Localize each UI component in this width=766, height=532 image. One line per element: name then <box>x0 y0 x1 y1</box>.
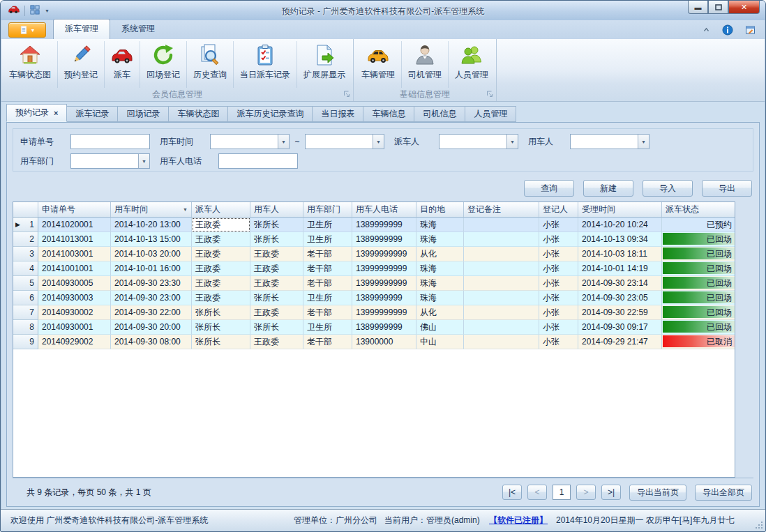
column-filter-arrow-icon[interactable]: ▼ <box>181 207 188 212</box>
cell-目的地[interactable]: 珠海 <box>416 261 464 276</box>
doc-tab-2[interactable]: 回场记录 <box>117 106 169 122</box>
column-header-0[interactable]: 申请单号 <box>38 202 111 217</box>
cell-登记备注[interactable] <box>464 247 539 261</box>
page-number-input[interactable] <box>553 485 571 500</box>
dialog-launcher-icon[interactable] <box>343 91 351 98</box>
cell-受理时间[interactable]: 2014-10-13 09:34 <box>578 232 662 247</box>
cell-目的地[interactable]: 珠海 <box>416 232 464 247</box>
cell-申请单号[interactable]: 20140930001 <box>38 320 111 335</box>
combo-dropdown-icon[interactable]: ▼ <box>638 135 649 149</box>
combo-dropdown-icon[interactable]: ▼ <box>373 135 384 149</box>
ribbon-button-0-4[interactable]: 历史查询 <box>187 41 234 88</box>
cell-登记人[interactable]: 小张 <box>539 305 578 320</box>
resize-grip[interactable] <box>754 520 763 529</box>
cell-用车人[interactable]: 张所长 <box>250 232 303 247</box>
maximize-button[interactable] <box>708 1 728 14</box>
cell-用车人[interactable]: 王政委 <box>250 276 303 291</box>
new-button[interactable]: 新建 <box>583 180 633 197</box>
cell-派车状态[interactable]: 已预约 <box>662 218 735 232</box>
ribbon-button-0-3[interactable]: 回场登记 <box>140 41 187 88</box>
cell-用车时间[interactable]: 2014-09-30 08:00 <box>111 335 192 349</box>
cell-登记人[interactable]: 小张 <box>539 320 578 335</box>
cell-登记人[interactable]: 小张 <box>539 291 578 305</box>
cell-受理时间[interactable]: 2014-09-29 21:47 <box>578 335 662 349</box>
cell-受理时间[interactable]: 2014-10-20 10:24 <box>578 218 662 232</box>
export-button[interactable]: 导出 <box>702 180 752 197</box>
cell-用车部门[interactable]: 老干部 <box>303 247 352 261</box>
cell-用车人电话[interactable]: 1389999999 <box>352 320 416 335</box>
cell-用车人[interactable]: 王政委 <box>250 261 303 276</box>
cell-用车部门[interactable]: 卫生所 <box>303 232 352 247</box>
cell-登记备注[interactable] <box>464 261 539 276</box>
cell-申请单号[interactable]: 20140929002 <box>38 335 111 349</box>
cell-登记备注[interactable] <box>464 218 539 232</box>
first-page-button[interactable]: |< <box>502 485 522 500</box>
cell-派车状态[interactable]: 已回场 <box>662 232 735 247</box>
cell-用车人电话[interactable]: 13999999999 <box>352 247 416 261</box>
cell-受理时间[interactable]: 2014-09-30 23:05 <box>578 291 662 305</box>
minimize-button[interactable]: ▬ <box>688 1 708 14</box>
cell-用车人[interactable]: 张所长 <box>250 291 303 305</box>
cell-用车时间[interactable]: 2014-10-03 20:00 <box>111 247 192 261</box>
layout-switch-icon[interactable] <box>30 5 40 17</box>
column-header-5[interactable]: 用车人电话 <box>352 202 416 217</box>
help-info-icon[interactable] <box>722 24 733 38</box>
table-row-7[interactable]: 7201409300022014-09-30 22:00张所长王政委老干部139… <box>13 305 735 320</box>
cell-申请单号[interactable]: 20141001001 <box>38 261 111 276</box>
cell-申请单号[interactable]: 20141003001 <box>38 247 111 261</box>
cell-用车人电话[interactable]: 13900000 <box>352 335 416 349</box>
cell-用车人[interactable]: 张所长 <box>250 218 303 232</box>
ribbon-button-1-1[interactable]: 司机管理 <box>402 41 449 88</box>
cell-用车人电话[interactable]: 13999999999 <box>352 261 416 276</box>
cell-受理时间[interactable]: 2014-10-03 18:11 <box>578 247 662 261</box>
export-current-page-button[interactable]: 导出当前页 <box>629 485 686 501</box>
cell-目的地[interactable]: 佛山 <box>416 320 464 335</box>
cell-申请单号[interactable]: 20140930002 <box>38 305 111 320</box>
cell-派车状态[interactable]: 已取消 <box>662 335 735 349</box>
import-button[interactable]: 导入 <box>643 180 693 197</box>
close-button[interactable]: ✕ <box>728 1 760 14</box>
dialog-launcher-icon[interactable] <box>486 91 494 98</box>
column-header-2[interactable]: 派车人 <box>192 202 250 217</box>
ribbon-button-0-1[interactable]: 预约登记 <box>58 41 105 88</box>
cell-登记人[interactable]: 小张 <box>539 247 578 261</box>
ribbon-button-0-6[interactable]: 扩展屏显示 <box>297 41 352 88</box>
cell-派车人[interactable]: 王政委 <box>192 276 250 291</box>
cell-受理时间[interactable]: 2014-09-30 22:59 <box>578 305 662 320</box>
filter-combobox[interactable]: ▼ <box>210 134 290 149</box>
cell-用车部门[interactable]: 卫生所 <box>303 218 352 232</box>
filter-input[interactable] <box>218 153 298 169</box>
license-registered-link[interactable]: 【软件已注册】 <box>489 515 556 526</box>
cell-用车部门[interactable]: 老干部 <box>303 261 352 276</box>
app-switch-icon[interactable] <box>744 24 756 38</box>
cell-派车状态[interactable]: 已回场 <box>662 276 735 291</box>
filter-combobox[interactable]: ▼ <box>439 134 518 149</box>
cell-用车时间[interactable]: 2014-09-30 22:00 <box>111 305 192 320</box>
last-page-button[interactable]: >| <box>601 485 621 500</box>
table-row-4[interactable]: 4201410010012014-10-01 16:00王政委王政委老干部139… <box>13 261 735 276</box>
cell-派车人[interactable]: 王政委 <box>192 291 250 305</box>
cell-派车状态[interactable]: 已回场 <box>662 291 735 305</box>
cell-用车人[interactable]: 王政委 <box>250 305 303 320</box>
cell-登记备注[interactable] <box>464 276 539 291</box>
cell-派车人[interactable]: 张所长 <box>192 320 250 335</box>
column-header-10[interactable]: 派车状态 <box>662 202 735 217</box>
cell-登记备注[interactable] <box>464 335 539 349</box>
cell-申请单号[interactable]: 20141020001 <box>38 218 111 232</box>
combo-dropdown-icon[interactable]: ▼ <box>506 135 518 149</box>
filter-input[interactable] <box>70 134 150 149</box>
cell-用车人电话[interactable]: 1389999999 <box>352 218 416 232</box>
cell-用车部门[interactable]: 老干部 <box>303 305 352 320</box>
ribbon-tab-0[interactable]: 派车管理 <box>53 19 110 39</box>
cell-目的地[interactable]: 从化 <box>416 305 464 320</box>
ribbon-tab-1[interactable]: 系统管理 <box>110 20 166 39</box>
cell-用车人电话[interactable]: 13999999999 <box>352 276 416 291</box>
cell-派车人[interactable]: 王政委 <box>192 232 250 247</box>
column-header-3[interactable]: 用车人 <box>250 202 303 217</box>
cell-登记人[interactable]: 小张 <box>539 276 578 291</box>
cell-用车时间[interactable]: 2014-10-01 16:00 <box>111 261 192 276</box>
cell-派车人[interactable]: 王政委 <box>192 218 250 232</box>
table-row-1[interactable]: ▶1201410200012014-10-20 13:00王政委张所长卫生所13… <box>13 218 735 232</box>
cell-申请单号[interactable]: 20140930003 <box>38 291 111 305</box>
doc-tab-7[interactable]: 司机信息 <box>414 106 465 122</box>
